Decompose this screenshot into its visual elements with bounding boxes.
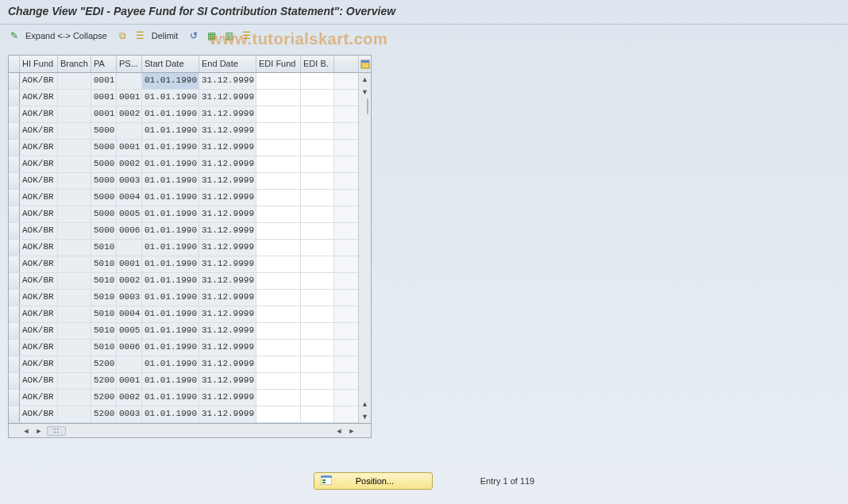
cell-branch[interactable] [58,406,91,422]
cell-edib[interactable] [301,106,334,122]
delimit-button[interactable]: Delimit [152,31,179,40]
cell-ps[interactable]: 0003 [117,290,142,306]
cell-branch[interactable] [58,123,91,139]
cell-pa[interactable]: 5000 [91,156,117,172]
cell-hifund[interactable]: AOK/BR [20,206,58,222]
cell-branch[interactable] [58,106,91,122]
copy-icon[interactable]: ⧉ [117,29,129,42]
cell-edifund[interactable] [256,273,301,289]
cell-branch[interactable] [58,140,91,156]
row-select-handle[interactable] [9,190,20,206]
toggle-icon[interactable]: ✎ [8,29,21,42]
cell-ps[interactable] [117,240,142,256]
cell-branch[interactable] [58,240,91,256]
cell-branch[interactable] [58,156,91,172]
cell-edib[interactable] [301,256,334,272]
cell-end[interactable]: 31.12.9999 [199,223,256,239]
cell-branch[interactable] [58,340,91,356]
cell-edifund[interactable] [256,156,301,172]
cell-ps[interactable]: 0001 [117,256,142,272]
col-hifund[interactable]: HI Fund [20,56,58,72]
cell-pa[interactable]: 5010 [91,306,117,322]
cell-pa[interactable]: 0001 [91,106,117,122]
cell-end[interactable]: 31.12.9999 [199,140,256,156]
cell-end[interactable]: 31.12.9999 [199,156,256,172]
cell-pa[interactable]: 5010 [91,240,117,256]
cell-start[interactable]: 01.01.1990 [142,273,199,289]
cell-hifund[interactable]: AOK/BR [20,123,58,139]
cell-end[interactable]: 31.12.9999 [199,90,256,106]
row-select-handle[interactable] [9,406,20,422]
cell-start[interactable]: 01.01.1990 [142,406,199,422]
row-select-handle[interactable] [9,273,20,289]
scroll-right-step-icon[interactable]: ► [33,427,45,435]
cell-start[interactable]: 01.01.1990 [142,240,199,256]
cell-ps[interactable]: 0003 [117,406,142,422]
cell-ps[interactable]: 0004 [117,190,142,206]
row-select-handle[interactable] [9,140,20,156]
scroll-thumb[interactable] [367,98,368,114]
cell-pa[interactable]: 0001 [91,73,117,89]
cell-end[interactable]: 31.12.9999 [199,290,256,306]
row-select-handle[interactable] [9,206,20,222]
cell-branch[interactable] [58,90,91,106]
cell-start[interactable]: 01.01.1990 [142,223,199,239]
cell-end[interactable]: 31.12.9999 [199,173,256,189]
cell-ps[interactable] [117,123,142,139]
column-config-icon[interactable]: ∷ [47,426,66,436]
scroll-right-icon[interactable]: ► [345,427,358,435]
cell-edib[interactable] [301,240,334,256]
row-select-handle[interactable] [9,373,20,389]
cell-start[interactable]: 01.01.1990 [142,206,199,222]
scroll-left-end-icon[interactable]: ◄ [333,427,345,435]
row-select-handle[interactable] [9,123,20,139]
cell-pa[interactable]: 5000 [91,140,117,156]
cell-pa[interactable]: 5000 [91,223,117,239]
undo-icon[interactable]: ↺ [187,29,200,42]
cell-end[interactable]: 31.12.9999 [199,273,256,289]
cell-edifund[interactable] [256,306,301,322]
cell-pa[interactable]: 5200 [91,373,117,389]
cell-branch[interactable] [58,206,91,222]
cell-end[interactable]: 31.12.9999 [199,256,256,272]
cell-edifund[interactable] [256,290,301,306]
deselect-icon[interactable]: ▥ [222,29,235,42]
cell-edib[interactable] [301,190,334,206]
cell-edib[interactable] [301,373,334,389]
cell-edib[interactable] [301,73,334,89]
cell-edib[interactable] [301,90,334,106]
cell-ps[interactable]: 0005 [117,206,142,222]
cell-hifund[interactable]: AOK/BR [20,106,58,122]
cell-edib[interactable] [301,323,334,339]
cell-hifund[interactable]: AOK/BR [20,256,58,272]
cell-edifund[interactable] [256,123,301,139]
cell-edifund[interactable] [256,340,301,356]
cell-start[interactable]: 01.01.1990 [142,356,199,372]
cell-branch[interactable] [58,390,91,406]
row-select-handle[interactable] [9,173,20,189]
cell-edifund[interactable] [256,106,301,122]
row-select-handle[interactable] [9,356,20,372]
cell-branch[interactable] [58,323,91,339]
cell-pa[interactable]: 5000 [91,206,117,222]
cell-pa[interactable]: 5010 [91,340,117,356]
col-pa[interactable]: PA [91,56,117,72]
select-all-icon[interactable]: ☰ [134,29,147,42]
cell-branch[interactable] [58,173,91,189]
cell-end[interactable]: 31.12.9999 [199,106,256,122]
cell-edib[interactable] [301,340,334,356]
cell-pa[interactable]: 5010 [91,323,117,339]
row-select-handle[interactable] [9,256,20,272]
cell-edib[interactable] [301,123,334,139]
cell-ps[interactable]: 0003 [117,173,142,189]
cell-hifund[interactable]: AOK/BR [20,156,58,172]
row-select-handle[interactable] [9,390,20,406]
cell-edib[interactable] [301,223,334,239]
cell-hifund[interactable]: AOK/BR [20,173,58,189]
row-select-handle[interactable] [9,156,20,172]
cell-edifund[interactable] [256,90,301,106]
cell-edib[interactable] [301,173,334,189]
cell-ps[interactable]: 0002 [117,273,142,289]
cell-ps[interactable]: 0001 [117,90,142,106]
cell-pa[interactable]: 5000 [91,123,117,139]
